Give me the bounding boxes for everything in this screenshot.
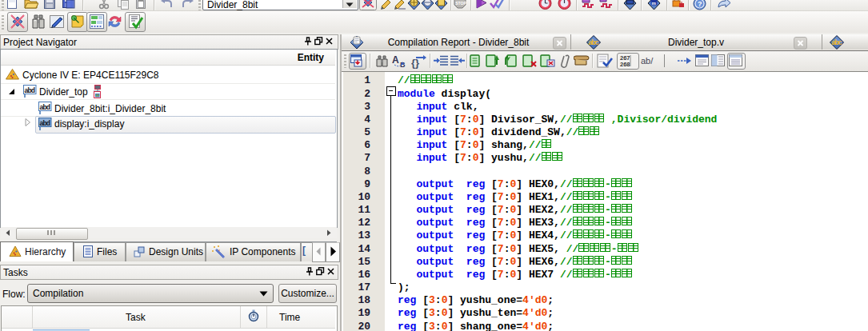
svg-text:A: A	[392, 54, 399, 66]
svg-text:STOP: STOP	[455, 1, 466, 6]
svg-text:abd: abd	[40, 103, 51, 111]
svg-text:abc: abc	[832, 38, 842, 46]
svg-text:?: ?	[698, 0, 702, 8]
svg-text:abd: abd	[40, 118, 51, 126]
svg-text:268: 268	[620, 61, 630, 67]
svg-text:m: m	[652, 1, 656, 6]
svg-text:{}: {}	[411, 57, 419, 69]
svg-text:abc: abc	[589, 38, 599, 46]
svg-text:abd: abd	[25, 86, 36, 94]
svg-text:ab/: ab/	[641, 56, 654, 66]
